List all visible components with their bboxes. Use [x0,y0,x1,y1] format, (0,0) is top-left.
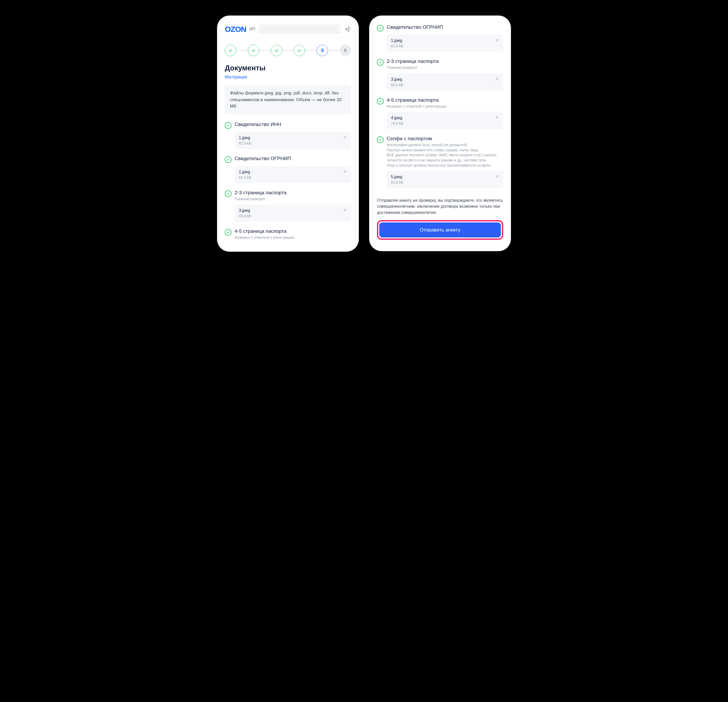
phone-right: Свидетельство ОГРНИП 1.jpeg 62,5 kB 2-3 … [369,16,511,251]
logout-button[interactable] [343,25,351,33]
close-icon [495,175,499,178]
remove-file-button[interactable] [495,38,499,42]
doc-section-inn: Свидетельство ИНН 1.jpeg 62,5 kB [225,121,351,149]
remove-file-button[interactable] [495,116,499,119]
close-icon [495,38,499,42]
file-name: 1.jpeg [239,136,251,140]
step-3[interactable] [271,45,282,56]
ozon-logo: OZON [225,25,246,34]
step-connector [259,50,271,51]
check-circle-icon [377,25,384,32]
file-name: 4.jpeg [391,116,403,120]
step-5[interactable]: 5 [317,45,328,56]
close-icon [343,208,347,212]
check-circle-icon [377,98,384,104]
check-circle-icon [225,156,231,163]
check-circle-icon [225,229,231,235]
file-size: 60,4 kB [239,214,251,218]
uploaded-file: 1.jpeg 62,5 kB [387,35,503,52]
step-6[interactable]: 6 [340,45,351,56]
doc-title: Свидетельство ОГРНИП [387,24,443,30]
file-name: 3.jpeg [391,77,403,82]
uploaded-file: 3.jpeg 60,4 kB [387,74,503,91]
uploaded-file: 1.jpeg 62,5 kB [235,166,351,183]
doc-subtitle: Главный разворот [387,65,439,70]
doc-title: Селфи с паспортом [387,136,503,142]
doc-subtitle: Разворот с отметкой о регистрации [387,104,446,109]
file-size: 60,4 kB [391,83,403,87]
file-name: 3.jpeg [239,208,251,213]
remove-file-button[interactable] [343,136,347,139]
uploaded-file: 4.jpeg 74,0 kB [387,112,503,129]
file-format-info: Файлы формата jpeg, jpg, png, pdf, docx,… [225,85,351,114]
doc-subtitle: Разворот с отметкой о регистрации [235,235,294,240]
check-circle-icon [377,136,384,143]
close-icon [495,116,499,119]
doc-title: 4-5 страница паспорта [387,97,446,103]
remove-file-button[interactable] [495,77,499,81]
check-icon [274,48,279,53]
check-circle-icon [377,59,384,66]
doc-title: 2-3 страница паспорта [387,58,439,64]
step-2[interactable] [248,45,259,56]
file-name: 1.jpeg [391,38,403,43]
instruction-link[interactable]: Инструкция [225,75,351,79]
step-label: 6 [344,48,347,53]
doc-title: Свидетельство ИНН [235,121,281,127]
file-size: 62,5 kB [239,141,251,145]
doc-section-ogrnip: Свидетельство ОГРНИП 1.jpeg 62,5 kB [377,24,503,52]
file-size: 62,5 kB [391,44,403,48]
consent-text: Отправляя анкету на проверку, вы подтвер… [377,197,503,215]
uploaded-file: 5.jpeg 62,5 kB [387,171,503,188]
remove-file-button[interactable] [343,170,347,173]
check-circle-icon [225,191,231,197]
submit-button[interactable]: Отправить анкету [379,222,501,237]
doc-section-passport-45: 4-5 страница паспорта Разворот с отметко… [377,97,503,129]
phone-left: OZON ИП 5 6 Документы Инструкция [217,16,359,252]
check-circle-icon [225,122,231,129]
doc-subtitle: Фотография должна быть четкой (не размыт… [387,143,503,168]
stepper: 5 6 [225,45,351,56]
step-connector [236,50,248,51]
header: OZON ИП [225,24,351,38]
file-size: 74,0 kB [391,121,403,126]
check-icon [228,48,233,53]
close-icon [343,170,347,173]
step-label: 5 [321,48,324,53]
close-icon [495,77,499,81]
doc-title: 2-3 страница паспорта [235,190,286,195]
doc-section-passport-23: 2-3 страница паспорта Главный разворот 3… [377,58,503,91]
file-name: 1.jpeg [239,170,251,174]
uploaded-file: 3.jpeg 60,4 kB [235,205,351,222]
step-connector [328,50,340,51]
file-size: 62,5 kB [391,180,403,185]
doc-section-passport-45: 4-5 страница паспорта Разворот с отметко… [225,228,351,240]
step-1[interactable] [225,45,236,56]
close-icon [343,136,347,139]
submit-highlight: Отправить анкету [377,220,503,240]
file-size: 62,5 kB [239,175,251,179]
check-icon [251,48,256,53]
step-4[interactable] [294,45,305,56]
file-name: 5.jpeg [391,175,403,179]
user-name-redacted [259,24,340,34]
check-icon [297,48,302,53]
doc-subtitle: Главный разворот [235,196,286,202]
doc-section-ogrnip: Свидетельство ОГРНИП 1.jpeg 62,5 kB [225,156,351,183]
logout-icon [344,26,350,32]
uploaded-file: 1.jpeg 62,5 kB [235,132,351,149]
remove-file-button[interactable] [495,175,499,178]
user-prefix: ИП [249,27,255,32]
doc-title: 4-5 страница паспорта [235,228,294,234]
remove-file-button[interactable] [343,208,347,212]
page-title: Документы [225,64,351,72]
doc-section-passport-23: 2-3 страница паспорта Главный разворот 3… [225,190,351,222]
doc-section-selfie: Селфи с паспортом Фотография должна быть… [377,136,503,188]
step-connector [305,50,317,51]
doc-title: Свидетельство ОГРНИП [235,156,291,162]
step-connector [282,50,294,51]
